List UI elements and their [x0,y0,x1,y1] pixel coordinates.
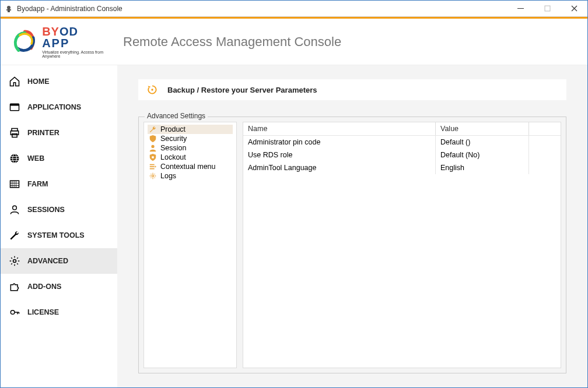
setting-value: English [436,161,529,174]
svg-rect-12 [10,181,19,188]
sidebar-item-label: WEB [27,154,44,163]
settings-table: Name Value Administrator pin code Defaul… [243,122,561,368]
category-label: Lockout [160,153,186,161]
setting-name: Use RDS role [243,149,436,161]
brand-tagline: Virtualize everything. Access from Anywh… [42,50,111,58]
gear-icon [9,255,20,267]
sidebar-item-label: ADVANCED [27,257,68,265]
brand-text-top-left: BY [42,25,60,38]
home-icon [9,76,20,87]
backup-restore-label: Backup / Restore your Server Parameters [167,86,317,94]
category-label: Security [160,135,187,143]
sidebar-item-label: FARM [27,180,48,188]
applications-icon [9,101,20,113]
shield-icon [149,135,157,143]
sidebar-item-printer[interactable]: PRINTER [1,120,117,146]
sidebar-item-sessions[interactable]: SESSIONS [1,197,117,223]
svg-point-16 [151,89,153,90]
svg-rect-9 [12,134,17,137]
window-titlebar: Byodapp - Administration Console [1,1,587,17]
category-session[interactable]: Session [148,143,233,153]
setting-value: Default (No) [436,149,529,161]
setting-name: AdminTool Language [243,161,436,174]
sidebar-item-home[interactable]: HOME [1,69,117,94]
brand-text-top-right: OD [60,25,78,38]
window-controls [507,1,587,16]
key-icon [9,306,20,318]
printer-icon [9,127,20,139]
table-header: Name Value [243,122,561,136]
fieldset-legend: Advanced Settings [145,112,208,120]
column-header-name[interactable]: Name [243,122,436,135]
content-area: Backup / Restore your Server Parameters … [117,65,587,387]
svg-point-19 [152,175,154,177]
app-header: BYOD APP Virtualize everything. Access f… [1,19,587,65]
sidebar-item-label: HOME [27,77,50,86]
sidebar-item-label: ADD-ONS [27,283,61,291]
brand-logo: BYOD APP Virtualize everything. Access f… [12,26,111,58]
table-row[interactable]: Use RDS role Default (No) [243,149,561,161]
sidebar-item-advanced[interactable]: ADVANCED [1,248,117,274]
close-button[interactable] [561,1,587,16]
shield-lock-icon [149,153,157,161]
sidebar-item-farm[interactable]: FARM [1,171,117,197]
brand-text-bottom: APP [42,37,111,49]
category-label: Contextual menu [160,163,216,171]
svg-rect-3 [517,8,524,9]
user-icon [149,144,157,152]
setting-value: Default () [436,136,529,149]
category-contextual-menu[interactable]: Contextual menu [148,162,233,171]
svg-rect-4 [545,6,550,11]
table-row[interactable]: Administrator pin code Default () [243,136,561,149]
svg-rect-18 [152,156,154,158]
svg-rect-6 [10,104,19,105]
sidebar-item-web[interactable]: WEB [1,146,117,171]
app-icon [4,4,13,13]
gear-icon [149,172,157,180]
globe-icon [9,153,20,164]
menu-icon [149,163,157,171]
wrench-icon [9,230,20,241]
category-label: Session [160,144,186,152]
svg-point-14 [13,260,16,263]
column-header-value[interactable]: Value [436,122,529,135]
category-label: Logs [160,172,176,180]
puzzle-icon [9,281,20,292]
svg-point-13 [13,206,17,210]
farm-icon [9,178,20,190]
sidebar-item-label: LICENSE [27,308,59,316]
sidebar-item-label: SESSIONS [27,206,65,214]
sidebar-item-label: APPLICATIONS [27,103,81,111]
restore-icon [146,84,158,96]
svg-rect-2 [6,9,11,10]
advanced-settings-fieldset: Advanced Settings Product Security Sessi… [138,117,566,373]
wrench-icon [149,125,157,133]
sessions-icon [9,204,20,216]
svg-point-15 [10,311,15,315]
sidebar-item-label: SYSTEM TOOLS [27,231,85,239]
table-row[interactable]: AdminTool Language English [243,161,561,174]
category-security[interactable]: Security [148,134,233,143]
category-product[interactable]: Product [148,125,233,134]
minimize-button[interactable] [507,1,534,16]
category-label: Product [160,125,186,133]
sidebar-item-applications[interactable]: APPLICATIONS [1,94,117,120]
sidebar-item-license[interactable]: LICENSE [1,299,117,325]
backup-restore-button[interactable]: Backup / Restore your Server Parameters [138,79,566,100]
sidebar-item-addons[interactable]: ADD-ONS [1,274,117,299]
sidebar-item-label: PRINTER [27,129,60,137]
logo-mark-icon [12,27,37,57]
category-logs[interactable]: Logs [148,171,233,181]
sidebar-nav: HOME APPLICATIONS PRINTER WEB FARM SESSI… [1,65,117,387]
svg-point-17 [151,145,154,148]
category-lockout[interactable]: Lockout [148,153,233,162]
window-title: Byodapp - Administration Console [17,5,507,13]
settings-category-list: Product Security Session Lockout Context… [144,122,237,368]
setting-name: Administrator pin code [243,136,436,149]
sidebar-item-system-tools[interactable]: SYSTEM TOOLS [1,223,117,248]
page-title: Remote Access Management Console [123,34,341,50]
maximize-button [534,1,561,16]
